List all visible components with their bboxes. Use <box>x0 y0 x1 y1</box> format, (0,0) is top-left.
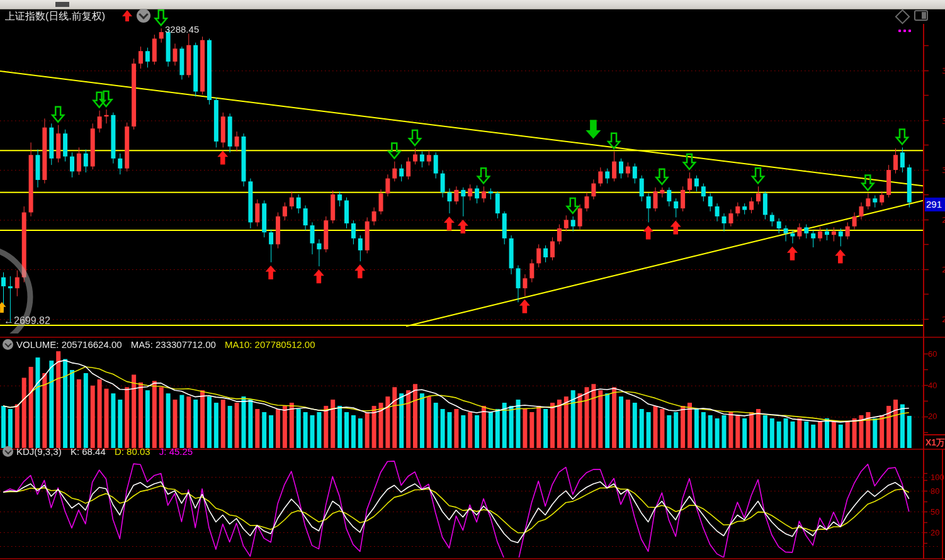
trend-up-arrow-icon <box>122 10 132 22</box>
volume-ma10-value: MA10: 207780512.00 <box>225 339 315 350</box>
window-titlebar[interactable] <box>0 0 945 9</box>
kdj-axis-20: 20 <box>931 528 945 537</box>
volume-axis-20: 20 <box>928 412 937 421</box>
chart-canvas[interactable] <box>0 0 945 560</box>
collapse-main-chart-button[interactable] <box>137 9 150 23</box>
volume-unit-label: X1万 <box>925 437 945 449</box>
titlebar-notch <box>55 2 69 7</box>
volume-ma5-value: MA5: 233307712.00 <box>131 339 216 350</box>
last-price-badge: 291 <box>925 198 945 211</box>
chevron-down-icon <box>4 340 11 347</box>
chevron-down-icon <box>4 447 11 454</box>
kdj-d-value: D: 80.03 <box>115 446 150 457</box>
peak-price-label: 3288.45 <box>165 24 199 35</box>
instrument-title: 上证指数(日线.前复权) <box>5 9 105 23</box>
low-price-label: ←2699.82 <box>4 315 50 327</box>
split-pane-icon[interactable] <box>914 10 928 21</box>
kdj-j-value: J: 45.25 <box>159 446 193 457</box>
volume-header: VOLUME: 205716624.00 MA5: 233307712.00 M… <box>16 339 322 350</box>
app-window: 上证指数(日线.前复权) 3288.45 ←2699.82 291 VOLUME… <box>0 0 945 560</box>
volume-value: VOLUME: 205716624.00 <box>16 339 122 350</box>
volume-axis-60: 60 <box>928 349 937 359</box>
kdj-title: KDJ(9,3,3) <box>16 446 62 457</box>
kdj-axis-50: 50 <box>931 507 945 517</box>
kdj-axis-100: 100 <box>931 473 945 482</box>
kdj-axis-80: 80 <box>931 486 945 496</box>
collapse-volume-button[interactable] <box>3 339 13 350</box>
kdj-k-value: K: 68.44 <box>71 446 106 457</box>
kdj-header: KDJ(9,3,3) K: 68.44 D: 80.03 J: 45.25 <box>16 445 199 457</box>
chevron-down-icon <box>139 9 149 20</box>
drawing-dots-indicator <box>898 23 917 26</box>
collapse-kdj-button[interactable] <box>3 446 13 457</box>
volume-axis-40: 40 <box>928 381 937 390</box>
